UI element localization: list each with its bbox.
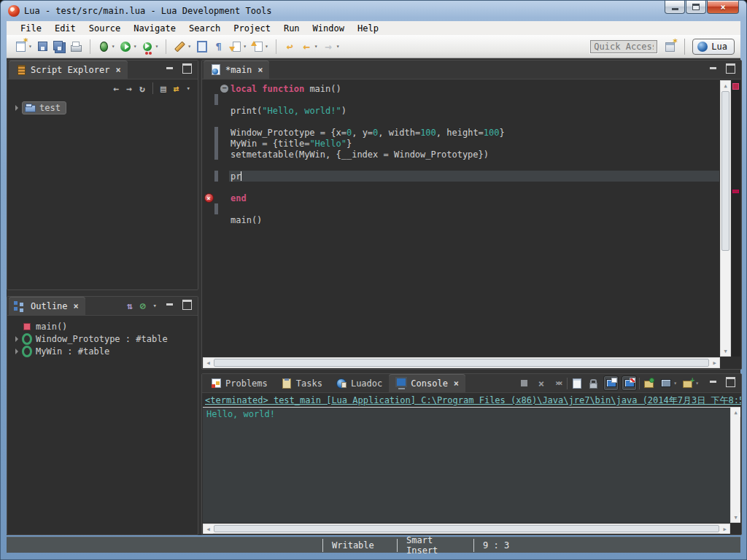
minimize-button[interactable] <box>665 1 685 14</box>
maximize-panel-icon[interactable] <box>182 301 192 311</box>
scrollbar-thumb[interactable] <box>214 359 709 367</box>
lua-perspective-button[interactable]: Lua <box>692 39 735 55</box>
display-console-dropdown-icon[interactable]: ▾ <box>673 380 677 386</box>
tab-script-explorer[interactable]: Script Explorer × <box>9 61 128 79</box>
back-button[interactable]: ▾ <box>299 38 320 55</box>
open-console-button[interactable]: ▾ <box>681 376 700 390</box>
outline-item[interactable]: Window_Prototype : #table <box>12 332 198 345</box>
code-line-1[interactable]: −local function main() <box>203 83 719 94</box>
forward-button[interactable]: ▾ <box>321 38 341 55</box>
code-line-2[interactable] <box>203 94 719 105</box>
menu-project[interactable]: Project <box>227 23 277 34</box>
mark-occurrences-button[interactable] <box>194 38 209 55</box>
open-console-dropdown-icon[interactable]: ▾ <box>695 380 699 386</box>
code-line-3[interactable]: print("Hello, world!") <box>203 105 719 116</box>
maximize-panel-icon[interactable] <box>725 65 735 74</box>
scroll-up-icon[interactable]: ▲ <box>721 81 730 90</box>
highlighter-dropdown-icon[interactable]: ▾ <box>187 43 191 50</box>
run-coverage-button[interactable]: ▾ <box>139 38 160 55</box>
menu-navigate[interactable]: Navigate <box>127 23 182 34</box>
tab-console[interactable]: Console× <box>389 374 465 392</box>
scroll-right-icon[interactable]: ▶ <box>720 524 729 534</box>
quick-access-input[interactable] <box>590 40 657 53</box>
code-line-4[interactable] <box>203 116 719 127</box>
minimize-panel-icon[interactable] <box>164 301 174 311</box>
outline-item[interactable]: main() <box>12 320 198 332</box>
maximize-panel-icon[interactable] <box>182 65 192 74</box>
code-line-7[interactable]: setmetatable(MyWin, {__index = Window_Pr… <box>203 149 719 160</box>
close-icon[interactable]: × <box>454 378 459 389</box>
filter-icon[interactable]: ⊘ <box>140 301 146 311</box>
scroll-up-icon[interactable]: ▲ <box>731 408 740 417</box>
scroll-down-icon[interactable]: ▼ <box>721 346 730 356</box>
terminate-button[interactable] <box>517 376 531 390</box>
tab-problems[interactable]: Problems <box>204 374 274 392</box>
menu-search[interactable]: Search <box>182 23 227 34</box>
clear-console-button[interactable] <box>570 376 584 390</box>
save-button[interactable] <box>35 38 50 55</box>
error-icon[interactable]: × <box>204 193 214 203</box>
minimize-panel-icon[interactable] <box>164 65 174 74</box>
new-wizard-dropdown-icon[interactable]: ▾ <box>28 43 32 50</box>
code-line-13[interactable]: main() <box>203 214 719 225</box>
scroll-left-icon[interactable]: ◀ <box>204 358 213 368</box>
save-all-button[interactable] <box>52 38 67 55</box>
view-menu-icon[interactable]: ▾ <box>153 303 157 309</box>
view-menu-icon[interactable]: ▾ <box>187 85 190 92</box>
show-whitespace-button[interactable] <box>211 38 226 55</box>
run-coverage-dropdown-icon[interactable]: ▾ <box>155 43 158 50</box>
tab-luadoc[interactable]: Luadoc <box>329 374 389 392</box>
show-stdout-button[interactable] <box>603 376 619 391</box>
error-overview-marker[interactable] <box>732 83 739 90</box>
display-console-button[interactable]: ▾ <box>659 376 678 390</box>
minimize-panel-icon[interactable] <box>708 378 718 388</box>
forward-dropdown-icon[interactable]: ▾ <box>336 43 340 50</box>
code-editor[interactable]: −local function main()print("Hello, worl… <box>203 80 719 357</box>
outline-item[interactable]: MyWin : #table <box>12 345 198 357</box>
tab-editor-main[interactable]: *main × <box>204 61 269 79</box>
scrollbar-thumb[interactable] <box>214 525 719 532</box>
overview-ruler[interactable] <box>732 80 740 357</box>
forward-icon[interactable]: → <box>126 84 132 93</box>
collapse-all-icon[interactable]: ▤ <box>160 84 166 93</box>
title-bar[interactable]: Lua - test/src/main.lua - Lua Developmen… <box>1 1 746 21</box>
tree-item-test[interactable]: test <box>12 101 198 114</box>
close-icon[interactable]: × <box>74 301 79 311</box>
close-icon[interactable]: × <box>258 65 263 75</box>
scroll-down-icon[interactable]: ▼ <box>731 513 740 522</box>
remove-launch-button[interactable] <box>534 376 548 390</box>
back-edit-button[interactable] <box>282 38 298 55</box>
highlighter-button[interactable]: ▾ <box>172 38 193 55</box>
open-perspective-icon[interactable] <box>665 40 677 52</box>
debug-dropdown-icon[interactable]: ▾ <box>112 43 115 50</box>
menu-source[interactable]: Source <box>82 23 127 34</box>
code-line-12[interactable] <box>203 203 719 214</box>
menu-run[interactable]: Run <box>277 23 306 34</box>
editor-horizontal-scrollbar[interactable]: ◀ ▶ <box>203 357 720 368</box>
console-output[interactable]: Hello, world! <box>203 407 730 523</box>
menu-file[interactable]: File <box>14 23 48 34</box>
scrollbar-thumb[interactable] <box>721 91 729 251</box>
scroll-right-icon[interactable]: ▶ <box>710 358 719 368</box>
console-horizontal-scrollbar[interactable]: ◀ ▶ <box>203 524 730 534</box>
next-annotation-button[interactable]: ▾ <box>228 38 248 55</box>
expander-icon[interactable] <box>12 336 22 342</box>
tree-item-selection[interactable]: test <box>22 101 66 114</box>
prev-annotation-dropdown-icon[interactable]: ▾ <box>265 43 268 50</box>
code-line-8[interactable] <box>203 160 719 171</box>
expander-icon[interactable] <box>12 105 22 111</box>
console-vertical-scrollbar[interactable]: ▲ ▼ <box>730 407 740 523</box>
run-dropdown-icon[interactable]: ▾ <box>133 43 137 50</box>
scroll-lock-button[interactable] <box>587 376 600 390</box>
sort-icon[interactable]: ⇅ <box>127 301 133 311</box>
menu-window[interactable]: Window <box>306 23 351 34</box>
maximize-panel-icon[interactable] <box>725 378 735 388</box>
next-annotation-dropdown-icon[interactable]: ▾ <box>243 43 247 50</box>
print-button[interactable] <box>69 38 84 55</box>
close-button[interactable]: × <box>707 1 739 14</box>
expander-icon[interactable] <box>12 349 22 354</box>
code-line-5[interactable]: Window_Prototype = {x=0, y=0, width=100,… <box>203 127 719 138</box>
back-icon[interactable]: ← <box>113 84 119 93</box>
maximize-button[interactable] <box>686 1 706 14</box>
close-icon[interactable]: × <box>115 65 120 75</box>
